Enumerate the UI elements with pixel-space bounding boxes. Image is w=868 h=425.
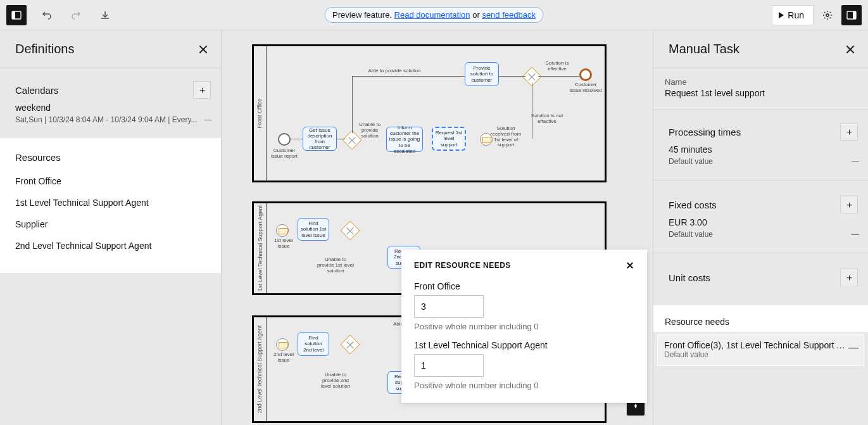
download-button[interactable] [96, 6, 114, 24]
compass-icon [631, 402, 640, 410]
processing-time-value: 45 minutes [653, 144, 868, 157]
svg-point-2 [826, 14, 829, 16]
default-label: Default value [669, 157, 713, 166]
calendars-heading: Calendars [15, 85, 58, 96]
edit-resource-needs-dialog: EDIT RESOURCE NEEDS Front Office Positiv… [401, 250, 647, 403]
start-event[interactable] [278, 133, 291, 146]
send-feedback-link[interactable]: send feedback [482, 10, 536, 20]
hint-1st-level: Positive whole number including 0 [414, 381, 634, 390]
play-icon [779, 12, 784, 18]
task[interactable]: Inform customer the issue is going to be… [386, 127, 423, 152]
close-definitions[interactable] [197, 43, 210, 56]
resource-item[interactable]: 1st Level Technical Support Agent [0, 192, 221, 213]
definitions-panel: Definitions Calendars ＋ weekend Sat,Sun … [0, 30, 222, 425]
resource-needs-heading: Resource needs [665, 317, 862, 327]
task[interactable]: Get issue description from customer [303, 127, 337, 151]
sidebar-icon [11, 10, 22, 20]
flow-label: Solution is not effective [531, 113, 563, 125]
add-calendar-button[interactable]: ＋ [193, 81, 211, 99]
redo-icon [71, 10, 81, 20]
task[interactable]: Find solution 1st level issue [298, 218, 329, 241]
remove-fixed[interactable]: — [852, 230, 859, 239]
event-label: Customer issue report [268, 148, 300, 160]
close-dialog[interactable] [626, 261, 634, 270]
add-unit-cost[interactable]: ＋ [840, 269, 858, 286]
resources-list: Front Office 1st Level Technical Support… [0, 167, 221, 265]
field-label-front-office: Front Office [414, 281, 634, 291]
event-label: 1st level issue [270, 238, 298, 250]
gear-icon [822, 10, 833, 20]
calendar-item-name[interactable]: weekend [0, 103, 221, 115]
preview-banner: Preview feature. Read documentation or s… [324, 7, 544, 23]
collapse-calendar[interactable]: — [204, 115, 212, 124]
first-level-input[interactable] [414, 354, 484, 377]
fixed-costs-heading: Fixed costs [669, 200, 717, 210]
fixed-cost-value: EUR 3.00 [653, 217, 868, 230]
remove-proc[interactable]: — [852, 157, 859, 166]
lane-title: 2nd Level Technical Support Agent [257, 326, 263, 413]
message-event[interactable] [276, 338, 289, 351]
read-docs-link[interactable]: Read documentation [394, 10, 470, 20]
name-value: Request 1st level support [665, 88, 857, 98]
processing-times-heading: Processing times [669, 127, 741, 137]
redo-button[interactable] [67, 6, 85, 24]
close-properties[interactable] [844, 43, 857, 56]
event-label: Customer issue resolved [569, 82, 603, 94]
field-label-1st-level: 1st Level Technical Support Agent [414, 340, 634, 350]
message-event[interactable] [276, 224, 289, 237]
flow-label: Unable to provide solution [355, 122, 385, 139]
settings-button[interactable] [819, 6, 836, 24]
default-label: Default value [664, 350, 848, 359]
task[interactable]: Provide solution to customer [465, 62, 499, 86]
sidebar-right-icon [846, 10, 857, 20]
resource-item[interactable]: Front Office [0, 170, 221, 192]
flow-label: Solution is effective [541, 61, 573, 72]
resource-needs-value: Front Office(3), 1st Level Technical Sup… [664, 340, 848, 350]
end-event[interactable] [579, 68, 592, 81]
task-selected[interactable]: Request 1st level support [432, 127, 466, 151]
front-office-input[interactable] [414, 295, 484, 318]
undo-icon [42, 10, 52, 20]
run-button[interactable]: Run [772, 5, 814, 25]
svg-rect-4 [853, 11, 856, 19]
panel-toggle-right[interactable] [841, 5, 862, 25]
event-label: Solution received from 1st level of supp… [490, 126, 522, 148]
undo-button[interactable] [38, 6, 56, 24]
calendar-item-detail: Sat,Sun | 10/3/24 8:04 AM - 10/3/24 9:04… [15, 115, 198, 124]
unit-costs-heading: Unit costs [669, 272, 710, 283]
panel-toggle-left[interactable] [6, 5, 27, 25]
task[interactable]: Find solution 2nd level [298, 332, 329, 356]
name-label: Name [665, 77, 857, 87]
resource-needs-item[interactable]: Front Office(3), 1st Level Technical Sup… [657, 334, 864, 366]
dialog-title: EDIT RESOURCE NEEDS [414, 261, 511, 270]
flow-label: Unable to provide 1st level solution [317, 257, 355, 274]
event-label: 2nd level issue [268, 352, 299, 364]
lane-title: 1st Level Technical Support Agent [257, 205, 263, 291]
default-label: Default value [669, 230, 713, 239]
definitions-title: Definitions [15, 42, 74, 56]
resource-item[interactable]: 2nd Level Technical Support Agent [0, 235, 221, 257]
flow-label: Able to provide solution [360, 68, 429, 74]
top-toolbar: Preview feature. Read documentation or s… [0, 0, 868, 30]
add-fixed-cost[interactable]: ＋ [840, 196, 858, 213]
lane-title: Front Office [257, 99, 263, 129]
properties-title: Manual Task [669, 42, 739, 56]
resources-heading: Resources [15, 152, 61, 163]
hint-front-office: Positive whole number including 0 [414, 322, 634, 331]
remove-resource-need[interactable]: — [848, 340, 859, 353]
flow-label: Unable to provide 2nd level solution [317, 372, 355, 389]
properties-panel: Manual Task Name Request 1st level suppo… [653, 30, 868, 425]
resource-item[interactable]: Supplier [0, 213, 221, 235]
add-processing-time[interactable]: ＋ [840, 123, 858, 141]
svg-rect-1 [12, 11, 15, 19]
download-icon [100, 10, 110, 20]
